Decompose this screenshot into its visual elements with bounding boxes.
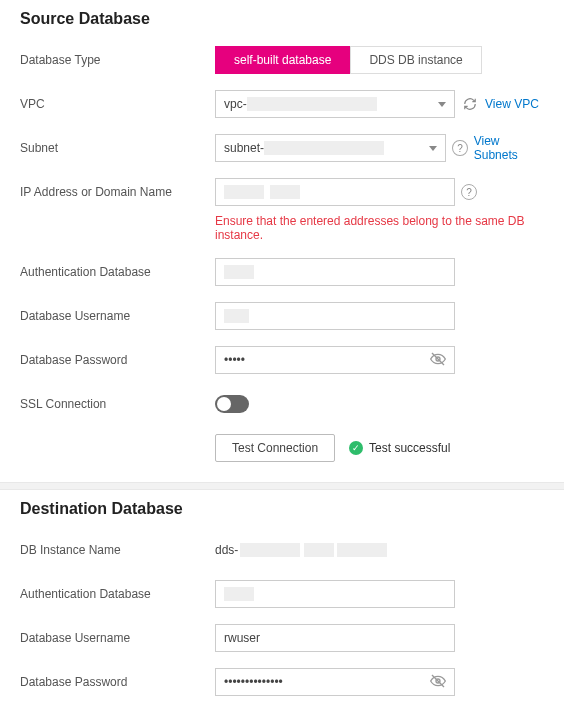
row-subnet: Subnet subnet- ? View Subnets: [20, 134, 544, 162]
section-divider: [0, 482, 564, 490]
check-icon: ✓: [349, 441, 363, 455]
instance-name-value: dds-: [215, 543, 387, 557]
btn-dds-instance[interactable]: DDS DB instance: [350, 46, 481, 74]
label-src-password: Database Password: [20, 353, 215, 367]
src-action-row: Test Connection ✓ Test successful: [215, 434, 544, 462]
row-dst-password: Database Password ••••••••••••••: [20, 668, 544, 696]
chevron-down-icon: [429, 146, 437, 151]
row-vpc: VPC vpc- View VPC: [20, 90, 544, 118]
view-vpc-link[interactable]: View VPC: [485, 97, 539, 111]
label-dst-password: Database Password: [20, 675, 215, 689]
dst-auth-db-input[interactable]: [215, 580, 455, 608]
refresh-icon[interactable]: [461, 95, 479, 113]
src-username-input[interactable]: [215, 302, 455, 330]
row-database-type: Database Type self-built database DDS DB…: [20, 46, 544, 74]
src-auth-db-input[interactable]: [215, 258, 455, 286]
eye-off-icon[interactable]: [430, 673, 446, 692]
dst-password-input[interactable]: ••••••••••••••: [215, 668, 455, 696]
row-dst-username: Database Username: [20, 624, 544, 652]
vpc-select[interactable]: vpc-: [215, 90, 455, 118]
row-src-password: Database Password •••••: [20, 346, 544, 374]
username-redacted: [224, 309, 249, 323]
ip-address-input[interactable]: [215, 178, 455, 206]
destination-database-section: Destination Database DB Instance Name dd…: [0, 490, 564, 707]
btn-self-built[interactable]: self-built database: [215, 46, 350, 74]
source-database-section: Source Database Database Type self-built…: [0, 0, 564, 482]
toggle-knob: [217, 397, 231, 411]
src-test-status: ✓ Test successful: [349, 441, 450, 455]
dst-username-input[interactable]: [215, 624, 455, 652]
label-dst-username: Database Username: [20, 631, 215, 645]
ip-redacted-2: [270, 185, 300, 199]
row-src-auth-db: Authentication Database: [20, 258, 544, 286]
src-password-input[interactable]: •••••: [215, 346, 455, 374]
inst-redacted-1: [240, 543, 300, 557]
eye-off-icon[interactable]: [430, 351, 446, 370]
label-database-type: Database Type: [20, 53, 215, 67]
label-subnet: Subnet: [20, 141, 215, 155]
inst-redacted-2: [304, 543, 334, 557]
row-dst-auth-db: Authentication Database: [20, 580, 544, 608]
help-icon[interactable]: ?: [461, 184, 477, 200]
label-dst-auth-db: Authentication Database: [20, 587, 215, 601]
help-icon[interactable]: ?: [452, 140, 467, 156]
row-src-ssl: SSL Connection: [20, 390, 544, 418]
destination-title: Destination Database: [20, 500, 544, 518]
label-instance-name: DB Instance Name: [20, 543, 215, 557]
src-password-value: •••••: [224, 353, 245, 367]
src-test-connection-button[interactable]: Test Connection: [215, 434, 335, 462]
view-subnets-link[interactable]: View Subnets: [474, 134, 544, 162]
chevron-down-icon: [438, 102, 446, 107]
authdb-redacted: [224, 265, 254, 279]
database-type-toggle: self-built database DDS DB instance: [215, 46, 482, 74]
label-vpc: VPC: [20, 97, 215, 111]
row-src-username: Database Username: [20, 302, 544, 330]
label-src-ssl: SSL Connection: [20, 397, 215, 411]
subnet-prefix: subnet-: [224, 141, 264, 155]
dst-authdb-redacted: [224, 587, 254, 601]
row-instance-name: DB Instance Name dds-: [20, 536, 544, 564]
subnet-redacted: [264, 141, 384, 155]
dst-username-field[interactable]: [224, 625, 446, 651]
label-ip-address: IP Address or Domain Name: [20, 185, 215, 199]
instance-prefix: dds-: [215, 543, 238, 557]
vpc-prefix: vpc-: [224, 97, 247, 111]
src-test-status-text: Test successful: [369, 441, 450, 455]
vpc-redacted: [247, 97, 377, 111]
ip-warning: Ensure that the entered addresses belong…: [215, 214, 544, 242]
label-src-username: Database Username: [20, 309, 215, 323]
src-ssl-toggle[interactable]: [215, 395, 249, 413]
row-ip-address: IP Address or Domain Name ?: [20, 178, 544, 206]
subnet-select[interactable]: subnet-: [215, 134, 446, 162]
label-src-auth-db: Authentication Database: [20, 265, 215, 279]
ip-redacted-1: [224, 185, 264, 199]
dst-password-value: ••••••••••••••: [224, 675, 283, 689]
source-title: Source Database: [20, 10, 544, 28]
inst-redacted-3: [337, 543, 387, 557]
